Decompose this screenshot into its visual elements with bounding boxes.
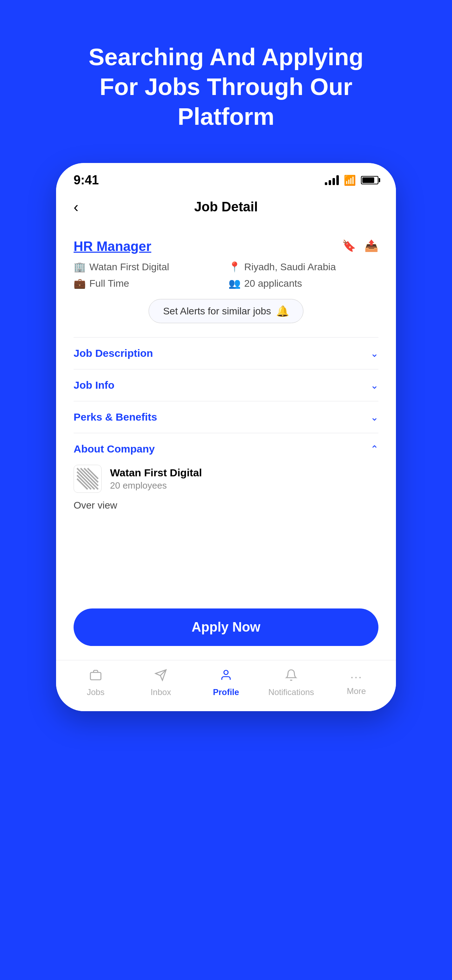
phone-mockup: 9:41 📶 ‹ Job Detail HR Manager 🔖 📤 <box>56 163 396 711</box>
job-description-section: Job Description ⌄ <box>73 337 379 369</box>
jobs-label: Jobs <box>87 687 105 697</box>
content-area: HR Manager 🔖 📤 🏢 Watan First Digital 📍 R… <box>56 225 396 598</box>
battery-icon <box>361 176 379 185</box>
svg-point-10 <box>224 670 228 675</box>
job-applicants: 20 applicants <box>244 278 302 289</box>
jobs-icon <box>89 669 102 684</box>
bottom-nav: Jobs Inbox Profile <box>56 660 396 711</box>
overview-text: Over view <box>73 500 379 511</box>
profile-label: Profile <box>213 687 239 697</box>
about-company-header[interactable]: About Company ⌃ <box>73 443 379 455</box>
bell-icon: 🔔 <box>276 305 289 317</box>
profile-icon <box>220 669 232 684</box>
alert-btn-label: Set Alerts for similar jobs <box>163 305 271 317</box>
nav-item-inbox[interactable]: Inbox <box>128 669 193 697</box>
chevron-up-icon: ⌃ <box>370 443 379 455</box>
nav-item-profile[interactable]: Profile <box>193 669 259 697</box>
job-info-section: Job Info ⌄ <box>73 369 379 401</box>
bookmark-icon[interactable]: 🔖 <box>342 239 356 252</box>
back-button[interactable]: ‹ <box>73 199 78 216</box>
status-icons: 📶 <box>325 175 379 186</box>
company-name: Watan First Digital <box>89 261 169 273</box>
share-icon[interactable]: 📤 <box>364 239 379 252</box>
briefcase-icon: 💼 <box>73 278 86 289</box>
nav-item-more[interactable]: ··· More <box>324 670 389 696</box>
company-logo <box>73 465 102 493</box>
job-location: Riyadh, Saudi Arabia <box>244 261 336 273</box>
perks-label: Perks & Benefits <box>73 411 157 423</box>
job-meta: 🏢 Watan First Digital 📍 Riyadh, Saudi Ar… <box>73 261 379 289</box>
page-headline: Searching And Applying For Jobs Through … <box>68 42 384 131</box>
building-icon: 🏢 <box>73 261 86 273</box>
perks-header[interactable]: Perks & Benefits ⌄ <box>73 411 379 423</box>
chevron-down-icon-3: ⌄ <box>370 412 379 423</box>
chevron-down-icon-2: ⌄ <box>370 380 379 391</box>
job-description-label: Job Description <box>73 347 153 359</box>
inbox-label: Inbox <box>151 687 171 697</box>
location-meta: 📍 Riyadh, Saudi Arabia <box>228 261 379 273</box>
notifications-label: Notifications <box>268 687 314 697</box>
company-employees-text: 20 employees <box>110 480 202 491</box>
action-icons: 🔖 📤 <box>342 239 379 252</box>
app-header: ‹ Job Detail <box>56 191 396 225</box>
about-company-section: About Company ⌃ Watan First <box>73 433 379 521</box>
notifications-icon <box>285 669 298 684</box>
alert-btn-container: Set Alerts for similar jobs 🔔 <box>73 299 379 323</box>
more-label: More <box>347 686 366 696</box>
company-meta: 🏢 Watan First Digital <box>73 261 224 273</box>
wifi-icon: 📶 <box>344 175 356 186</box>
company-name-text: Watan First Digital <box>110 467 202 479</box>
job-title: HR Manager <box>73 239 151 254</box>
signal-icon <box>325 175 339 185</box>
page-title: Job Detail <box>194 199 258 215</box>
svg-rect-7 <box>91 673 101 680</box>
job-info-header[interactable]: Job Info ⌄ <box>73 379 379 391</box>
location-icon: 📍 <box>228 261 241 273</box>
apply-now-button[interactable]: Apply Now <box>73 608 379 646</box>
about-company-label: About Company <box>73 443 155 455</box>
job-info-label: Job Info <box>73 379 115 391</box>
status-bar: 9:41 📶 <box>56 163 396 191</box>
nav-item-notifications[interactable]: Notifications <box>259 669 324 697</box>
people-icon: 👥 <box>228 278 241 289</box>
type-meta: 💼 Full Time <box>73 278 224 289</box>
job-title-row: HR Manager 🔖 📤 <box>73 239 379 254</box>
company-info-row: Watan First Digital 20 employees <box>73 465 379 493</box>
perks-section: Perks & Benefits ⌄ <box>73 401 379 433</box>
set-alerts-button[interactable]: Set Alerts for similar jobs 🔔 <box>148 299 303 323</box>
apply-section: Apply Now <box>56 598 396 660</box>
company-details: Watan First Digital 20 employees <box>110 467 202 491</box>
job-type: Full Time <box>89 278 129 289</box>
chevron-down-icon: ⌄ <box>370 348 379 359</box>
inbox-icon <box>154 669 167 684</box>
status-time: 9:41 <box>73 173 99 188</box>
job-description-header[interactable]: Job Description ⌄ <box>73 347 379 359</box>
more-icon: ··· <box>350 670 362 684</box>
nav-item-jobs[interactable]: Jobs <box>63 669 128 697</box>
applicants-meta: 👥 20 applicants <box>228 278 379 289</box>
